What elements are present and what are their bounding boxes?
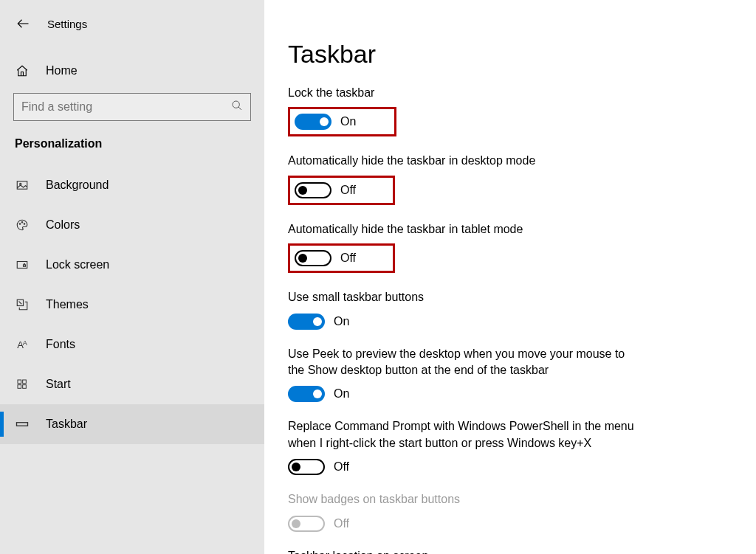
search-input[interactable]: [21, 100, 231, 114]
sidebar-item-lock-screen[interactable]: Lock screen: [0, 245, 264, 285]
svg-rect-3: [17, 181, 27, 190]
sidebar-item-fonts[interactable]: AA Fonts: [0, 325, 264, 364]
sidebar-item-label: Lock screen: [46, 258, 109, 271]
sidebar-item-label: Start: [46, 378, 71, 391]
svg-rect-14: [23, 385, 27, 389]
sidebar-home[interactable]: Home: [0, 55, 264, 87]
toggle-peek[interactable]: [288, 386, 325, 402]
highlight-box: Off: [288, 176, 395, 205]
toggle-small-buttons[interactable]: [288, 314, 325, 330]
sidebar-item-start[interactable]: Start: [0, 364, 264, 404]
toggle-state: Off: [334, 517, 349, 530]
sidebar: Settings Home Personalization Background…: [0, 0, 264, 554]
toggle-badges: [288, 516, 325, 532]
setting-label-peek: Use Peek to preview the desktop when you…: [288, 346, 642, 379]
sidebar-item-label: Fonts: [46, 338, 75, 351]
lockscreen-icon: [15, 258, 30, 271]
fonts-icon: AA: [15, 339, 30, 350]
sidebar-item-themes[interactable]: Themes: [0, 285, 264, 325]
themes-icon: [15, 298, 30, 311]
highlight-box: Off: [288, 243, 395, 273]
taskbar-icon: [15, 418, 30, 431]
toggle-state: Off: [340, 252, 356, 265]
sidebar-item-colors[interactable]: Colors: [0, 205, 264, 245]
main-content: Taskbar Lock the taskbar On Automaticall…: [264, 0, 756, 554]
category-header: Personalization: [0, 137, 264, 150]
svg-point-6: [21, 222, 23, 224]
setting-label-badges: Show badges on taskbar buttons: [288, 491, 732, 508]
svg-rect-12: [23, 380, 27, 384]
toggle-hide-tablet[interactable]: [295, 250, 331, 266]
toggle-hide-desktop[interactable]: [295, 182, 331, 198]
sidebar-item-label: Themes: [46, 298, 89, 311]
home-icon: [15, 64, 30, 77]
setting-label-lock: Lock the taskbar: [288, 85, 732, 101]
highlight-box: On: [288, 107, 396, 136]
toggle-state: On: [334, 387, 349, 401]
setting-label-hide-desktop: Automatically hide the taskbar in deskto…: [288, 153, 732, 169]
setting-label-powershell: Replace Command Prompt with Windows Powe…: [288, 418, 642, 451]
svg-rect-15: [17, 423, 28, 426]
svg-rect-11: [18, 380, 21, 384]
svg-rect-9: [24, 265, 26, 266]
setting-label-hide-tablet: Automatically hide the taskbar in tablet…: [288, 221, 732, 238]
toggle-state: Off: [340, 184, 356, 197]
app-title: Settings: [47, 18, 87, 30]
toggle-state: Off: [334, 460, 349, 474]
search-icon: [231, 100, 243, 114]
sidebar-item-label: Taskbar: [46, 418, 87, 431]
back-icon[interactable]: [16, 17, 30, 30]
toggle-state: On: [340, 115, 356, 128]
svg-point-7: [24, 224, 25, 225]
toggle-lock-taskbar[interactable]: [295, 114, 331, 130]
sidebar-item-label: Background: [46, 179, 109, 192]
picture-icon: [15, 179, 30, 192]
sidebar-item-label: Colors: [46, 218, 80, 232]
toggle-state: On: [334, 315, 349, 328]
svg-rect-13: [18, 385, 21, 389]
page-title: Taskbar: [288, 40, 732, 69]
start-icon: [15, 378, 30, 390]
palette-icon: [15, 218, 30, 232]
sidebar-item-background[interactable]: Background: [0, 165, 264, 205]
toggle-powershell[interactable]: [288, 459, 325, 475]
svg-line-2: [238, 107, 241, 110]
search-box[interactable]: [13, 93, 251, 121]
svg-point-1: [233, 101, 239, 108]
svg-point-5: [19, 224, 21, 225]
setting-label-location: Taskbar location on screen: [288, 548, 732, 554]
sidebar-home-label: Home: [46, 64, 78, 77]
setting-label-small-buttons: Use small taskbar buttons: [288, 289, 732, 305]
sidebar-item-taskbar[interactable]: Taskbar: [0, 404, 264, 444]
